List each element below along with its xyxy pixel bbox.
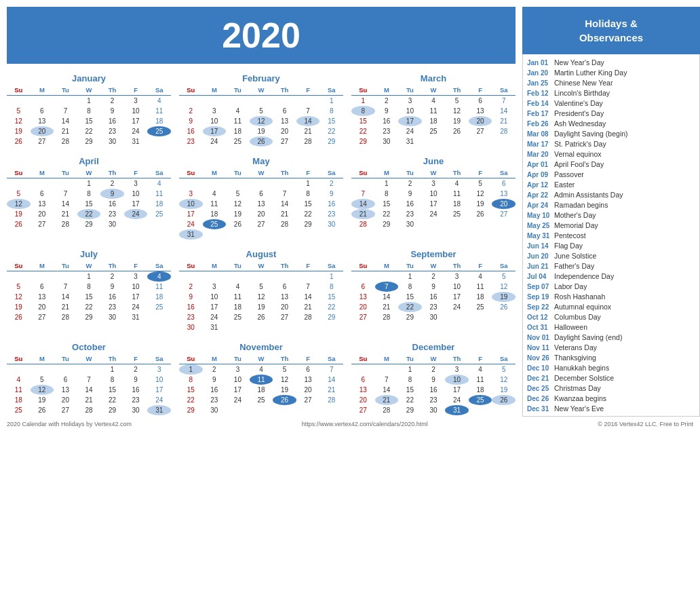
calendar-day: 4 [203,189,227,199]
calendar-day [319,229,343,240]
holiday-date: Feb 14 [527,100,554,107]
calendar-day: 11 [226,116,250,126]
month-title: February [179,71,343,85]
calendar-day: 22 [319,302,343,312]
day-header: Su [7,354,31,364]
calendar-day: 8 [179,375,203,385]
calendar-day: 21 [375,395,399,405]
calendar-day: 4 [226,106,250,116]
calendar-day: 27 [31,136,54,147]
calendar-day: 27 [273,312,296,322]
day-header: Sa [492,261,516,271]
calendar-day: 8 [319,106,343,116]
calendar-day [226,96,250,107]
calendar-day: 13 [31,116,54,126]
calendar-day [469,136,492,147]
calendar-day: 18 [147,292,171,302]
calendar-day: 6 [351,375,375,385]
day-header: F [124,261,148,271]
calendar-day [54,96,77,107]
day-header: F [296,261,320,271]
day-header: Su [351,261,375,271]
holiday-row: Dec 25Christmas Day [527,383,695,393]
calendar-day: 15 [77,199,101,209]
holiday-row: Dec 31New Year's Eve [527,403,695,413]
calendar-day: 9 [422,375,446,385]
calendar-day: 7 [375,375,399,385]
calendar-day: 8 [398,375,422,385]
calendar-day: 19 [273,385,296,395]
calendar-day [492,136,516,147]
month-title: July [7,246,171,261]
month-title: December [351,339,516,354]
calendar-day [250,405,273,415]
calendar-day: 26 [7,219,31,229]
day-header: M [203,261,227,271]
holiday-name: December Solstice [554,374,614,382]
calendar-day: 19 [445,116,469,126]
day-header: F [296,354,320,364]
calendar-day: 18 [422,116,446,126]
day-header: Th [100,354,124,364]
month-title: January [7,71,171,85]
calendar-day: 7 [296,282,320,292]
calendar-day: 1 [100,364,124,375]
calendar-day: 22 [398,302,422,312]
day-header: Sa [319,85,343,96]
day-header: Th [273,354,296,364]
calendar-day: 11 [203,199,227,209]
holiday-name: April Fool's Day [554,160,604,168]
calendar-day: 18 [147,116,171,126]
calendar-day: 11 [469,282,492,292]
month-block: AprilSuMTuWThFSa123456789101112131415161… [7,153,171,240]
calendar-day [375,271,399,282]
calendar-day [250,178,273,189]
holiday-name: Mother's Day [554,211,596,219]
month-table: SuMTuWThFSa12345678910111213141516171819… [351,354,516,415]
holiday-date: Dec 31 [527,405,554,413]
calendar-day: 13 [273,116,296,126]
calendar-day: 22 [375,209,399,219]
calendar-day: 5 [492,364,516,375]
day-header: F [124,85,148,96]
calendar-day: 9 [100,282,124,292]
calendar-day [31,96,54,107]
calendar-day: 7 [351,189,375,199]
holiday-row: Jun 14Flag Day [527,240,695,250]
calendar-day: 8 [398,282,422,292]
calendar-day [469,312,492,322]
calendar-day [273,96,296,107]
day-header: W [422,354,446,364]
calendar-day: 1 [319,271,343,282]
calendar-day: 15 [319,116,343,126]
calendar-day: 20 [31,209,54,219]
holiday-name: Ash Wednesday [554,119,606,128]
calendar-day: 18 [469,385,492,395]
calendar-day [422,136,446,147]
calendar-day [7,178,31,189]
holiday-date: Apr 01 [527,161,554,168]
calendar-day: 3 [398,96,422,107]
calendar-day [77,364,101,375]
holiday-row: Dec 10Hanukkah begins [527,362,695,373]
calendar-day: 5 [7,189,31,199]
holiday-name: Thanksgiving [554,354,596,362]
month-title: August [179,246,343,261]
calendar-day: 20 [31,126,54,136]
calendar-day: 2 [100,178,124,189]
month-block: NovemberSuMTuWThFSa123456789101112131415… [179,339,343,415]
calendar-day: 4 [469,364,492,375]
calendar-day: 13 [250,199,273,209]
calendar-day [54,178,77,189]
top-row: 2020 JanuarySuMTuWThFSa12345678910111213… [7,7,693,417]
calendar-day [203,178,227,189]
calendar-day: 23 [179,136,203,147]
calendar-day: 9 [179,116,203,126]
holiday-row: Nov 01Daylight Saving (end) [527,332,695,342]
calendar-day: 23 [375,126,399,136]
calendar-day: 15 [100,385,124,395]
calendar-day: 8 [319,282,343,292]
day-header: W [250,85,273,96]
calendar-day: 4 [469,271,492,282]
calendar-day: 19 [250,302,273,312]
